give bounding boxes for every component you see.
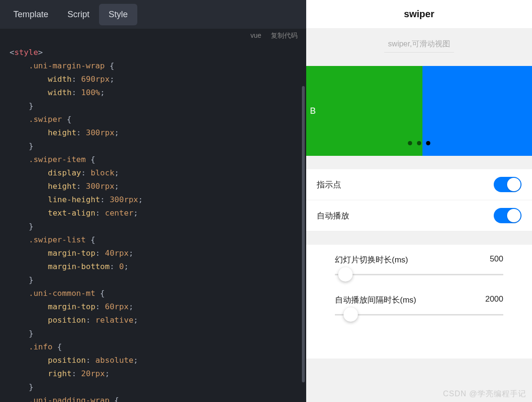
tab-script[interactable]: Script [58,4,99,25]
code-meta: vue 复制代码 [0,29,306,43]
setting-row: 指示点 [306,169,532,200]
slider-track[interactable] [335,274,503,275]
copy-code-button[interactable]: 复制代码 [271,32,298,40]
slider-thumb[interactable] [338,267,353,282]
swiper-dot[interactable] [426,141,431,145]
preview-title: swiper [306,0,532,29]
code-lang-label: vue [250,32,261,40]
switch-toggle[interactable] [494,208,521,223]
tab-template[interactable]: Template [4,4,58,25]
setting-row: 自动播放 [306,200,532,231]
slider-value: 2000 [485,294,503,305]
switch-knob [507,178,521,191]
watermark: CSDN @学亮编程手记 [443,389,526,399]
tab-style[interactable]: Style [99,4,137,25]
code-area[interactable]: <style>.uni-margin-wrap {width: 690rpx;w… [0,43,306,402]
preview-panel: swiper swiper,可滑动视图 B 指示点自动播放 幻灯片切换时长(ms… [306,0,532,402]
slider-label: 幻灯片切换时长(ms) [335,254,408,265]
switch-toggle[interactable] [494,177,521,192]
slider-row: 幻灯片切换时长(ms)500 [317,254,521,275]
slider-value: 500 [490,254,503,265]
swiper-slide-b: B [306,66,422,156]
switch-knob [507,209,521,222]
slider-row: 自动播放间隔时长(ms)2000 [317,294,521,315]
tabs-bar: Template Script Style [0,0,306,29]
slider-label: 自动播放间隔时长(ms) [335,294,416,305]
swiper-slide-c [422,66,532,156]
setting-label: 指示点 [317,179,341,190]
editor-panel: Template Script Style vue 复制代码 <style>.u… [0,0,306,402]
scrollbar[interactable] [302,86,305,382]
swiper-dot[interactable] [408,141,412,145]
settings-list: 指示点自动播放 [306,169,532,231]
swiper-view[interactable]: B [306,66,532,156]
preview-subtitle: swiper,可滑动视图 [306,29,532,59]
setting-label: 自动播放 [317,210,349,221]
slider-block: 幻灯片切换时长(ms)500自动播放间隔时长(ms)2000 [306,245,532,359]
swiper-dots [408,141,431,145]
slider-thumb[interactable] [344,307,358,322]
slider-track[interactable] [335,314,503,315]
swiper-dot[interactable] [417,141,421,145]
